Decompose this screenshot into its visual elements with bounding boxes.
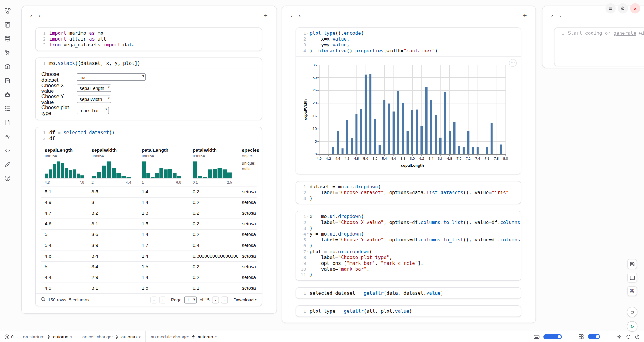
column-scroll-left-button[interactable]: ‹: [27, 12, 35, 20]
code-line[interactable]: 1df = selected_dataset(): [38, 130, 259, 135]
x-value-select[interactable]: sepalLength▾: [77, 84, 111, 92]
plot-type-select[interactable]: mark_bar▾: [77, 106, 109, 114]
add-cell-button[interactable]: +: [521, 12, 529, 20]
code-line[interactable]: 4).interactive().properties(width="conta…: [298, 48, 518, 54]
altair-bar-chart[interactable]: 4.04.24.44.64.85.05.25.45.65.86.06.26.46…: [303, 61, 508, 168]
code-line[interactable]: 10 value="mark_bar",: [298, 266, 518, 272]
code-cell-selected-dataset[interactable]: 1selected_dataset = getattr(data, datase…: [296, 287, 521, 299]
search-icon[interactable]: [41, 297, 45, 303]
code-line[interactable]: 3 y=y.value,: [298, 42, 518, 48]
scratchpad-icon[interactable]: [3, 160, 12, 169]
packages-icon[interactable]: [3, 62, 12, 71]
layout-toggle-button[interactable]: [627, 273, 637, 282]
prev-page-button[interactable]: ‹: [159, 296, 166, 303]
code-line[interactable]: 8 label="Choose plot type",: [298, 255, 518, 260]
code-line[interactable]: 3from vega_datasets import data: [38, 42, 259, 48]
code-editor[interactable]: 1import marimo as mo2import altair as al…: [36, 28, 262, 51]
code-line[interactable]: 1▾plot_type().encode(: [298, 30, 518, 36]
tracing-icon[interactable]: [3, 132, 12, 141]
minimap-toggle[interactable]: [588, 334, 600, 339]
code-line[interactable]: 3): [298, 225, 518, 231]
outline-icon[interactable]: [3, 104, 12, 113]
column-scroll-left-button[interactable]: ‹: [288, 12, 296, 20]
code-cell-dataframe[interactable]: 1df = selected_dataset()2df sepalLengthf…: [35, 127, 262, 306]
datasources-icon[interactable]: [3, 34, 12, 43]
code-line[interactable]: 6): [298, 243, 518, 249]
code-line[interactable]: 3): [298, 195, 518, 201]
run-all-button[interactable]: [627, 321, 637, 332]
empty-code-cell[interactable]: 1 Start coding or generate with AI: [554, 27, 644, 66]
menu-button[interactable]: ≡: [605, 3, 616, 14]
table-column-header[interactable]: petalLengthfloat64: [138, 148, 188, 158]
code-cell-imports[interactable]: 1import marimo as mo2import altair as al…: [35, 27, 262, 51]
grid-view-button[interactable]: [578, 334, 584, 340]
ai-assistant-icon[interactable]: [3, 90, 12, 99]
code-cell-xy-plot-dropdowns[interactable]: 1▾x = mo.ui.dropdown(2 label="Choose X v…: [296, 211, 521, 281]
dataset-select[interactable]: iris▾: [77, 73, 146, 81]
table-column-header[interactable]: sepalWidthfloat64: [88, 148, 138, 158]
interrupt-button[interactable]: [627, 307, 637, 317]
add-cell-button[interactable]: +: [262, 12, 270, 20]
code-line[interactable]: 11): [298, 272, 518, 278]
code-editor[interactable]: 1▾plot_type().encode(2 x=x.value,3 y=y.v…: [296, 28, 521, 56]
on-startup-setting[interactable]: on startup: autorun ▾: [18, 334, 77, 339]
code-line[interactable]: 1plot_type = getattr(alt, plot.value): [298, 308, 518, 314]
last-page-button[interactable]: »: [221, 296, 228, 303]
empty-cell-editor[interactable]: 1 Start coding or generate with AI: [554, 28, 644, 39]
shutdown-button[interactable]: ×: [630, 3, 640, 14]
code-line[interactable]: 5 label="Choose Y value", options=df.col…: [298, 237, 518, 243]
code-editor[interactable]: 1mo.vstack([dataset, x, y, plot]): [36, 58, 262, 68]
code-line[interactable]: 4▾y = mo.ui.dropdown(: [298, 231, 518, 237]
code-line[interactable]: 1▾dataset = mo.ui.dropdown(: [298, 184, 518, 190]
column-scroll-right-button[interactable]: ›: [35, 12, 44, 20]
page-select[interactable]: 1▾: [184, 296, 197, 303]
download-button[interactable]: Download ▾: [234, 297, 257, 302]
column-scroll-right-button[interactable]: ›: [556, 12, 564, 20]
first-page-button[interactable]: «: [150, 296, 157, 303]
refresh-button[interactable]: [625, 334, 631, 340]
code-editor[interactable]: 1selected_dataset = getattr(data, datase…: [296, 288, 521, 298]
logs-icon[interactable]: [3, 118, 12, 127]
code-line[interactable]: 2 label="Choose dataset", options=data.l…: [298, 190, 518, 195]
code-line[interactable]: 2 x=x.value,: [298, 36, 518, 42]
snippets-icon[interactable]: [3, 146, 12, 155]
code-line[interactable]: 1import marimo as mo: [38, 30, 259, 36]
code-line[interactable]: 1▾x = mo.ui.dropdown(: [298, 214, 518, 219]
keyboard-shortcuts-button[interactable]: [534, 333, 540, 340]
column-scroll-right-button[interactable]: ›: [296, 12, 304, 20]
table-column-header[interactable]: sepalLengthfloat64: [41, 148, 88, 158]
file-explorer-icon[interactable]: [3, 6, 12, 15]
code-editor[interactable]: 1▾x = mo.ui.dropdown(2 label="Choose X v…: [296, 211, 521, 280]
code-line[interactable]: 1mo.vstack([dataset, x, y, plot]): [38, 60, 259, 66]
code-cell-vstack[interactable]: 1mo.vstack([dataset, x, y, plot]) Choose…: [35, 57, 262, 120]
help-icon[interactable]: [3, 174, 12, 183]
ai-features-button[interactable]: [617, 334, 622, 340]
code-line[interactable]: 2df: [38, 136, 259, 141]
width-slider[interactable]: [543, 334, 562, 339]
table-column-header[interactable]: speciesobject: [238, 148, 262, 158]
code-line[interactable]: 2import altair as alt: [38, 36, 259, 42]
dependencies-icon[interactable]: [3, 48, 12, 57]
code-editor[interactable]: 1df = selected_dataset()2df: [36, 127, 262, 144]
code-editor[interactable]: 1▾dataset = mo.ui.dropdown(2 label="Choo…: [296, 181, 521, 204]
code-line[interactable]: 2 label="Choose X value", options=df.col…: [298, 219, 518, 225]
generate-with-ai-link[interactable]: generate: [614, 30, 636, 36]
column-scroll-left-button[interactable]: ‹: [548, 12, 556, 20]
chart-actions-button[interactable]: ⋯: [509, 59, 517, 67]
on-module-change-setting[interactable]: on module change: autorun ▾: [146, 334, 222, 339]
on-cell-change-setting[interactable]: on cell change: autorun ▾: [77, 334, 145, 339]
save-button[interactable]: [627, 259, 637, 269]
y-value-select[interactable]: sepalWidth▾: [77, 95, 111, 103]
session-power-button[interactable]: [635, 334, 640, 340]
table-column-header[interactable]: petalWidthfloat64: [188, 148, 238, 158]
code-cell-chart[interactable]: 1▾plot_type().encode(2 x=x.value,3 y=y.v…: [296, 27, 521, 174]
code-line[interactable]: 7▾plot = mo.ui.dropdown(: [298, 249, 518, 255]
command-palette-button[interactable]: ⌘: [627, 286, 637, 296]
next-page-button[interactable]: ›: [212, 296, 219, 303]
code-cell-dataset-dropdown[interactable]: 1▾dataset = mo.ui.dropdown(2 label="Choo…: [296, 181, 521, 204]
code-editor[interactable]: 1plot_type = getattr(alt, plot.value): [296, 306, 521, 316]
documentation-icon[interactable]: [3, 76, 12, 85]
code-cell-plot-type[interactable]: 1plot_type = getattr(alt, plot.value): [296, 305, 521, 317]
code-line[interactable]: 1selected_dataset = getattr(data, datase…: [298, 290, 518, 296]
settings-button[interactable]: ⚙: [618, 3, 628, 14]
